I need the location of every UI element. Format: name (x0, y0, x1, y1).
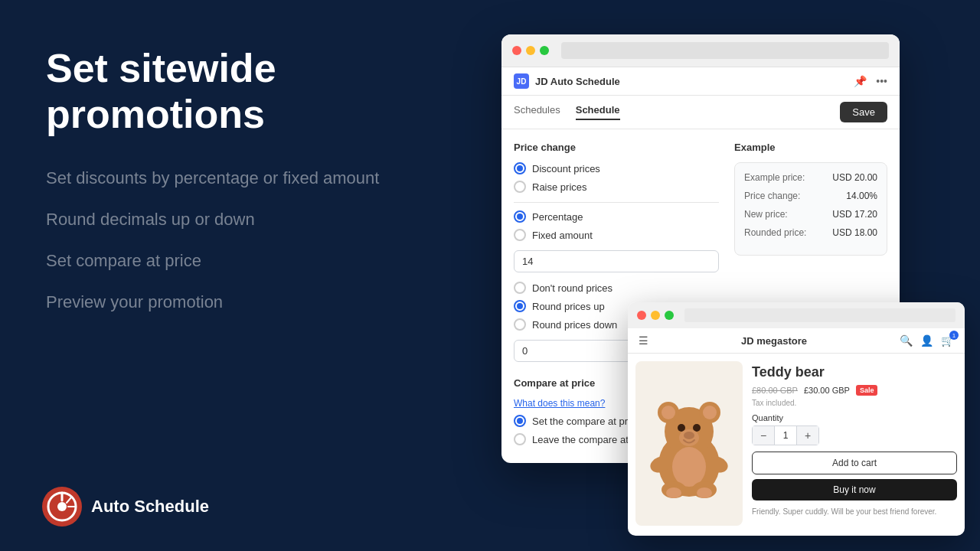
fixed-amount-radio[interactable] (514, 229, 526, 241)
tab-schedule[interactable]: Schedule (576, 104, 620, 120)
price-row: £80.00 GBP £30.00 GBP Sale (752, 385, 957, 396)
discount-prices-option[interactable]: Discount prices (514, 162, 719, 174)
svg-point-15 (679, 429, 699, 446)
teddy-bear-image (639, 384, 739, 503)
account-icon[interactable]: 👤 (920, 334, 933, 347)
example-row-2: Price change: 14.00% (744, 191, 877, 201)
product-image-area (635, 361, 743, 526)
percentage-radio[interactable] (514, 210, 526, 223)
quantity-increase-button[interactable]: + (797, 426, 818, 445)
example-title: Example (734, 142, 887, 153)
feature-list: Set discounts by percentage or fixed amo… (46, 168, 475, 312)
store-window: ☰ JD megastore 🔍 👤 🛒 1 (628, 302, 965, 536)
discount-prices-radio[interactable] (514, 162, 526, 174)
price-change-title: Price change (514, 142, 719, 153)
app-header: JD JD Auto Schedule 📌 ••• (501, 67, 900, 96)
round-up-radio[interactable] (514, 300, 526, 312)
more-options-button[interactable]: ••• (876, 75, 887, 87)
rounded-price-label: Rounded price: (744, 227, 806, 238)
raise-prices-option[interactable]: Raise prices (514, 181, 719, 193)
example-box: Example price: USD 20.00 Price change: 1… (734, 162, 887, 256)
rounded-price-value: USD 18.00 (832, 227, 877, 238)
close-button[interactable] (512, 46, 521, 55)
main-title: Set sitewide promotions (46, 46, 475, 138)
svg-point-2 (57, 502, 67, 511)
raise-prices-radio[interactable] (514, 181, 526, 193)
cart-badge: 1 (949, 331, 959, 340)
new-price-label: New price: (744, 209, 788, 220)
search-icon[interactable]: 🔍 (900, 334, 913, 347)
svg-point-11 (703, 406, 717, 419)
store-body: Teddy bear £80.00 GBP £30.00 GBP Sale Ta… (628, 354, 965, 533)
quantity-value: 1 (774, 426, 797, 445)
pin-icon-button[interactable]: 📌 (854, 75, 867, 87)
discount-value-input[interactable] (514, 250, 719, 272)
sale-price: £30.00 GBP (804, 386, 850, 395)
leave-compare-radio[interactable] (514, 433, 526, 445)
example-price-value: USD 20.00 (832, 172, 877, 183)
set-compare-radio[interactable] (514, 415, 526, 427)
store-nav-icons: 🔍 👤 🛒 1 (900, 334, 954, 347)
svg-point-9 (662, 406, 675, 419)
store-close-button[interactable] (637, 311, 646, 320)
store-maximize-button[interactable] (665, 311, 674, 320)
store-minimize-button[interactable] (651, 311, 660, 320)
dont-round-option[interactable]: Don't round prices (514, 282, 719, 294)
app-header-left: JD JD Auto Schedule (514, 73, 620, 89)
svg-point-16 (672, 447, 706, 487)
window-titlebar (501, 34, 900, 67)
sale-badge: Sale (856, 385, 878, 396)
logo-area: Auto Schedule (42, 487, 209, 527)
product-description: Friendly. Super cuddly. Will be your bes… (752, 507, 957, 517)
round-down-radio[interactable] (514, 318, 526, 331)
store-titlebar (628, 302, 965, 328)
left-panel: Set sitewide promotions Set discounts by… (46, 46, 475, 312)
app-header-right: 📌 ••• (854, 75, 887, 87)
example-row-1: Example price: USD 20.00 (744, 172, 877, 183)
store-url-bar (684, 308, 956, 322)
quantity-control: − 1 + (752, 425, 819, 445)
quantity-label: Quantity (752, 413, 957, 422)
original-price: £80.00 GBP (752, 386, 798, 395)
percentage-fixed-group: Percentage Fixed amount (514, 210, 719, 241)
example-price-label: Example price: (744, 172, 805, 183)
svg-point-21 (666, 487, 681, 498)
tax-note: Tax included. (752, 399, 957, 407)
store-nav: ☰ JD megastore 🔍 👤 🛒 1 (628, 328, 965, 354)
maximize-button[interactable] (540, 46, 549, 55)
feature-item-2: Round decimals up or down (46, 210, 475, 230)
hamburger-icon[interactable]: ☰ (639, 334, 648, 347)
logo-text: Auto Schedule (91, 497, 209, 517)
minimize-button[interactable] (526, 46, 535, 55)
dont-round-radio[interactable] (514, 282, 526, 294)
price-change-label: Price change: (744, 191, 800, 201)
app-name: JD Auto Schedule (535, 76, 620, 87)
example-row-4: Rounded price: USD 18.00 (744, 227, 877, 238)
quantity-decrease-button[interactable]: − (753, 426, 774, 445)
app-logo-small: JD (514, 73, 529, 89)
divider-1 (514, 202, 719, 203)
example-row-3: New price: USD 17.20 (744, 209, 877, 220)
feature-item-1: Set discounts by percentage or fixed amo… (46, 168, 475, 188)
product-title: Teddy bear (752, 364, 957, 380)
nav-tabs: Schedules Schedule Save (501, 96, 900, 129)
buy-now-button[interactable]: Buy it now (752, 479, 957, 500)
tab-schedules[interactable]: Schedules (514, 104, 560, 120)
save-button[interactable]: Save (840, 102, 887, 122)
add-to-cart-button[interactable]: Add to cart (752, 452, 957, 474)
discount-raise-group: Discount prices Raise prices (514, 162, 719, 193)
store-name: JD megastore (741, 335, 807, 347)
new-price-value: USD 17.20 (832, 209, 877, 220)
feature-item-4: Preview your promotion (46, 292, 475, 312)
nav-tab-group: Schedules Schedule (514, 104, 620, 120)
product-details: Teddy bear £80.00 GBP £30.00 GBP Sale Ta… (752, 361, 957, 526)
auto-schedule-logo-icon (42, 487, 82, 527)
cart-icon-container[interactable]: 🛒 1 (941, 334, 954, 347)
price-change-value: 14.00% (846, 191, 877, 201)
fixed-amount-option[interactable]: Fixed amount (514, 229, 719, 241)
feature-item-3: Set compare at price (46, 251, 475, 271)
svg-point-22 (697, 487, 712, 498)
percentage-option[interactable]: Percentage (514, 210, 719, 223)
url-bar (561, 42, 889, 59)
